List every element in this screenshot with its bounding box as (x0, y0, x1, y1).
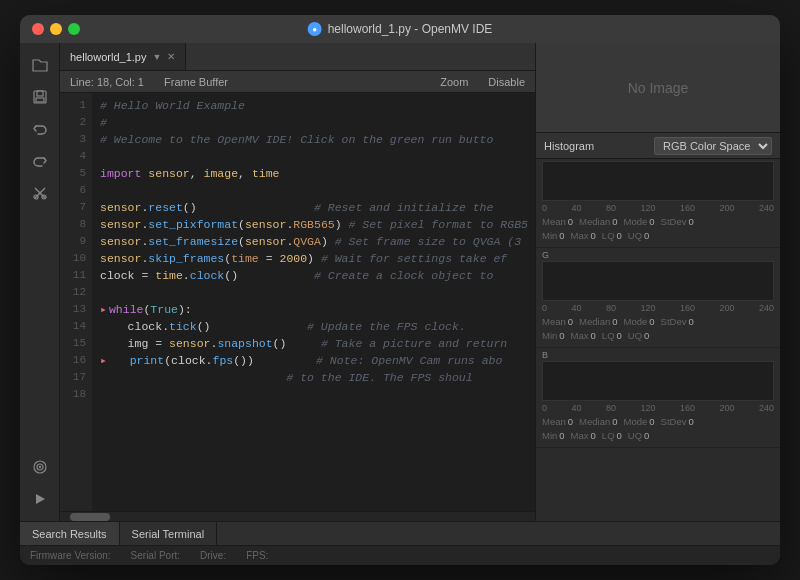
minimize-button[interactable] (50, 23, 62, 35)
code-content[interactable]: # Hello World Example # # Welcome to the… (92, 93, 535, 511)
editor-tab-bar: helloworld_1.py ▼ ✕ (60, 43, 535, 71)
hist-axis-b: 04080120160200240 (542, 403, 774, 413)
zoom-label[interactable]: Zoom (440, 76, 468, 88)
svg-rect-2 (36, 98, 44, 102)
hist-stats-b2: Min0 Max0 LQ0 UQ0 (542, 429, 774, 443)
network-button[interactable] (24, 453, 56, 481)
app-icon: ● (308, 22, 322, 36)
code-line-15: img = sensor.snapshot() # Take a picture… (100, 335, 527, 352)
code-line-4 (100, 148, 527, 165)
horizontal-scrollbar[interactable] (60, 511, 535, 521)
code-line-3: # Welcome to the OpenMV IDE! Click on th… (100, 131, 527, 148)
scroll-thumb[interactable] (70, 513, 110, 521)
hist-stats-r: Mean0 Median0 Mode0 StDev0 (542, 215, 774, 229)
hist-graph-g (542, 261, 774, 301)
close-button[interactable] (32, 23, 44, 35)
code-line-5: import sensor, image, time (100, 165, 527, 182)
code-line-17: # to the IDE. The FPS shoul (100, 369, 527, 386)
hist-stats-b: Mean0 Median0 Mode0 StDev0 (542, 415, 774, 429)
color-space-dropdown[interactable]: RGB Color Space Grayscale LAB Color Spac… (654, 137, 772, 155)
hist-channel-b: B 04080120160200240 Mean0 Median0 Mode0 … (536, 348, 780, 448)
cut-button[interactable] (24, 179, 56, 207)
drive-label: Drive: (200, 550, 226, 561)
hist-stats-g: Mean0 Median0 Mode0 StDev0 (542, 315, 774, 329)
fps-label: FPS: (246, 550, 268, 561)
tab-close-button[interactable]: ✕ (167, 51, 175, 62)
titlebar-center: ● helloworld_1.py - OpenMV IDE (308, 22, 493, 36)
editor-section: helloworld_1.py ▼ ✕ Line: 18, Col: 1 Fra… (60, 43, 535, 521)
editor-body[interactable]: 1 2 3 4 5 6 7 8 9 10 11 12 13 14 15 16 1 (60, 93, 535, 511)
code-line-8: sensor.set_pixformat(sensor.RGB565) # Se… (100, 216, 527, 233)
search-results-label: Search Results (32, 528, 107, 540)
window-buttons (32, 23, 80, 35)
bottom-tab-bar: Search Results Serial Terminal (20, 521, 780, 545)
hist-stats-g2: Min0 Max0 LQ0 UQ0 (542, 329, 774, 343)
no-image-area: No Image (536, 43, 780, 133)
open-folder-button[interactable] (24, 51, 56, 79)
main-content: helloworld_1.py ▼ ✕ Line: 18, Col: 1 Fra… (20, 43, 780, 521)
window-title: helloworld_1.py - OpenMV IDE (328, 22, 493, 36)
main-window: ● helloworld_1.py - OpenMV IDE (20, 15, 780, 565)
code-line-18 (100, 386, 527, 403)
disable-label[interactable]: Disable (488, 76, 525, 88)
code-line-10: sensor.skip_frames(time = 2000) # Wait f… (100, 250, 527, 267)
hist-graph-r (542, 161, 774, 201)
redo-button[interactable] (24, 147, 56, 175)
tab-filename: helloworld_1.py (70, 51, 146, 63)
serial-terminal-label: Serial Terminal (132, 528, 205, 540)
status-bar: Firmware Version: Serial Port: Drive: FP… (20, 545, 780, 565)
no-image-text: No Image (628, 80, 689, 96)
code-line-12 (100, 284, 527, 301)
tab-serial-terminal[interactable]: Serial Terminal (120, 522, 218, 545)
code-line-14: clock.tick() # Update the FPS clock. (100, 318, 527, 335)
code-line-9: sensor.set_framesize(sensor.QVGA) # Set … (100, 233, 527, 250)
serial-port-label: Serial Port: (131, 550, 180, 561)
code-line-2: # (100, 114, 527, 131)
line-numbers: 1 2 3 4 5 6 7 8 9 10 11 12 13 14 15 16 1 (60, 93, 92, 511)
hist-axis-r: 04080120160200240 (542, 203, 774, 213)
code-line-13: ▸while(True): (100, 301, 527, 318)
left-toolbar (20, 43, 60, 521)
frame-buffer-label: Frame Buffer (164, 76, 228, 88)
hist-graph-b (542, 361, 774, 401)
editor-tab[interactable]: helloworld_1.py ▼ ✕ (60, 43, 186, 70)
undo-button[interactable] (24, 115, 56, 143)
dropdown-icon[interactable]: ▼ (152, 52, 161, 62)
right-panel: No Image Histogram RGB Color Space Grays… (535, 43, 780, 521)
titlebar: ● helloworld_1.py - OpenMV IDE (20, 15, 780, 43)
hist-channel-g: G 04080120160200240 Mean0 Median0 Mode0 … (536, 248, 780, 348)
svg-rect-1 (37, 91, 43, 96)
hist-axis-g: 04080120160200240 (542, 303, 774, 313)
firmware-label: Firmware Version: (30, 550, 111, 561)
code-line-6 (100, 182, 527, 199)
code-line-11: clock = time.clock() # Create a clock ob… (100, 267, 527, 284)
maximize-button[interactable] (68, 23, 80, 35)
tab-search-results[interactable]: Search Results (20, 522, 120, 545)
svg-point-9 (38, 466, 40, 468)
code-line-7: sensor.reset() # Reset and initialize th… (100, 199, 527, 216)
histogram-section: 04080120160200240 Mean0 Median0 Mode0 St… (536, 159, 780, 521)
bottom-area: Search Results Serial Terminal Firmware … (20, 521, 780, 565)
editor-info-bar: Line: 18, Col: 1 Frame Buffer Zoom Disab… (60, 71, 535, 93)
histogram-header: Histogram RGB Color Space Grayscale LAB … (536, 133, 780, 159)
hist-stats-r2: Min0 Max0 LQ0 UQ0 (542, 229, 774, 243)
code-line-1: # Hello World Example (100, 97, 527, 114)
save-button[interactable] (24, 83, 56, 111)
code-line-16: ▸ print(clock.fps()) # Note: OpenMV Cam … (100, 352, 527, 369)
run-button[interactable] (24, 485, 56, 513)
hist-channel-r: 04080120160200240 Mean0 Median0 Mode0 St… (536, 159, 780, 248)
line-col-info: Line: 18, Col: 1 (70, 76, 144, 88)
histogram-label: Histogram (544, 140, 594, 152)
